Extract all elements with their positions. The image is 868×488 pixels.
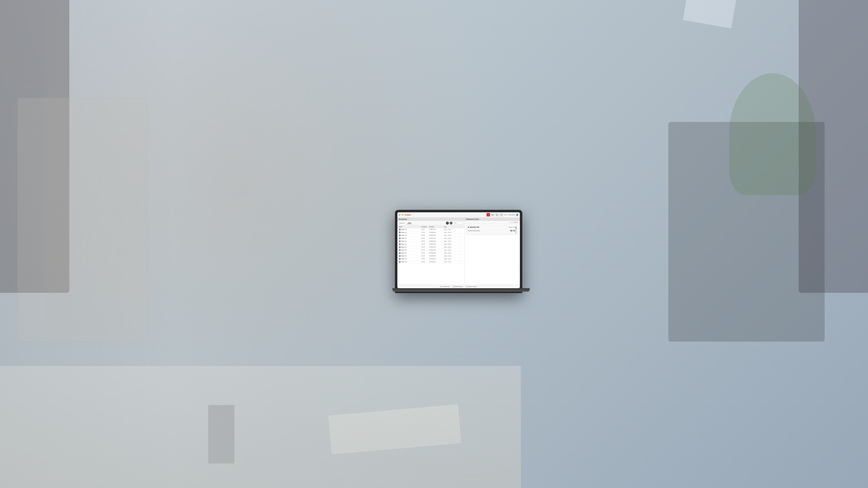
- row-expand-icon[interactable]: ›: [459, 252, 460, 254]
- row-name-cell: Object 01: [399, 252, 422, 254]
- row-name: Object 01: [401, 261, 407, 262]
- row-chevron-cell: ›: [459, 252, 463, 254]
- row-expand-icon[interactable]: ›: [459, 235, 460, 236]
- designs-tab[interactable]: Designs: [399, 222, 406, 224]
- remove-button[interactable]: −: [450, 222, 453, 225]
- row-chevron-cell: ›: [459, 249, 463, 251]
- row-expand-icon[interactable]: ›: [459, 232, 460, 233]
- row-tag: Tag 1, Tag 2: [444, 232, 451, 233]
- printer-icon: ▶: [468, 226, 469, 228]
- table-row[interactable]: Object 01 02:00 21/09/2019 Tag 1, Tag 2 …: [397, 258, 465, 261]
- production-header: PRODUCTION: [465, 218, 520, 221]
- watch-tutorial-link[interactable]: ✓ Watch Tutorial: [466, 286, 477, 288]
- row-name: Object 01: [401, 255, 407, 257]
- production-item[interactable]: ▶ Speedy 400 Sheet 1/10 Pokéal Sportvere…: [466, 225, 518, 235]
- install-laser-checkbox[interactable]: ✓: [440, 286, 442, 288]
- row-created-cell: 21/09/2019: [429, 249, 444, 251]
- row-created-cell: 21/09/2019: [429, 229, 444, 230]
- table-body: Object 01 02:00 21/09/2019 Tag 1, Tag 2 …: [397, 228, 465, 285]
- row-tag-cell: Tag 1, Tag 2: [444, 229, 459, 230]
- row-file-icon: [399, 246, 401, 248]
- row-expand-icon[interactable]: ›: [459, 246, 460, 248]
- row-duration-cell: 02:00: [422, 240, 429, 242]
- row-expand-icon[interactable]: ›: [459, 258, 460, 260]
- row-duration: 02:00: [422, 240, 425, 242]
- laptop-container: trotec ✕ ⊞ ⚙: [395, 210, 522, 293]
- table-row[interactable]: Object 01 02:00 21/09/2019 Tag 1, Tag 2 …: [397, 243, 465, 246]
- grid-toolbar-icon[interactable]: ⊞: [491, 213, 494, 217]
- row-created-cell: 21/09/2019: [429, 258, 444, 260]
- row-tag-cell: Tag 1, Tag 2: [444, 258, 459, 260]
- app: trotec ✕ ⊞ ⚙: [397, 212, 520, 288]
- user-area: 🔍 ⚙ username 👤: [504, 214, 518, 216]
- row-file-icon: [399, 261, 401, 263]
- row-created-cell: 21/09/2019: [429, 252, 444, 254]
- watch-tutorial-label: Watch Tutorial: [468, 286, 477, 287]
- row-name-cell: Object 01: [399, 235, 422, 236]
- user-icon: 👤: [516, 214, 518, 216]
- row-tag: Tag 1, Tag 2: [444, 252, 451, 254]
- row-tag: Tag 1, Tag 2: [444, 229, 451, 230]
- row-file-icon: [399, 249, 401, 251]
- production-panel: PRODUCTION sort by ABC ▼: [465, 218, 520, 285]
- row-expand-icon[interactable]: ›: [459, 243, 460, 245]
- read-manual-checkbox[interactable]: ✓: [453, 286, 455, 288]
- row-created: 21/09/2019: [429, 261, 436, 262]
- row-expand-icon[interactable]: ›: [459, 229, 460, 230]
- top-bar: trotec ✕ ⊞ ⚙: [397, 212, 520, 218]
- row-name: Object 01: [401, 232, 407, 233]
- table-row[interactable]: Object 01 02:00 21/09/2019 Tag 1, Tag 2 …: [397, 228, 465, 231]
- scrollbar[interactable]: [515, 226, 517, 234]
- jobs-tab[interactable]: Jobs: [407, 222, 412, 224]
- minimize-dot[interactable]: [401, 214, 402, 216]
- row-duration-cell: 02:00: [422, 249, 429, 251]
- job-name: Pokéal Sportverein: [468, 230, 480, 231]
- table-row[interactable]: Object 01 02:00 21/09/2019 Tag 1, Tag 2 …: [397, 252, 465, 255]
- row-expand-icon[interactable]: ›: [459, 237, 460, 239]
- table-row[interactable]: Object 01 02:00 21/09/2019 Tag 1, Tag 2 …: [397, 249, 465, 252]
- prod-job-row: Pokéal Sportverein 30 %: [468, 229, 515, 232]
- row-name-cell: Object 01: [399, 246, 422, 248]
- table-row[interactable]: Object 01 02:00 21/09/2019 Tag 1, Tag 2 …: [397, 255, 465, 258]
- table-row[interactable]: Object 01 02:00 21/09/2019 Tag 1, Tag 2 …: [397, 231, 465, 234]
- read-manual-link[interactable]: ✓ Read Manual: [453, 286, 463, 288]
- red-toolbar-icon[interactable]: ✕: [487, 213, 490, 217]
- row-expand-icon[interactable]: ›: [459, 261, 460, 262]
- search-box[interactable]: ABC: [453, 222, 463, 224]
- main-content: MANAGE Designs Jobs + − ABC: [397, 218, 520, 285]
- row-tag-cell: Tag 1, Tag 2: [444, 252, 459, 254]
- table-row[interactable]: Object 01 02:00 21/09/2019 Tag 1, Tag 2 …: [397, 240, 465, 243]
- row-name: Object 01: [401, 240, 407, 242]
- row-duration-cell: 02:00: [422, 229, 429, 230]
- row-expand-icon[interactable]: ›: [459, 255, 460, 257]
- watch-tutorial-checkbox[interactable]: ✓: [466, 286, 468, 288]
- row-name: Object 01: [401, 235, 407, 236]
- row-duration-cell: 02:00: [422, 237, 429, 239]
- row-file-icon: [399, 232, 401, 233]
- nav-dots: [399, 214, 403, 216]
- row-expand-icon[interactable]: ›: [459, 249, 460, 251]
- close-dot[interactable]: [399, 214, 400, 216]
- row-duration: 02:00: [422, 235, 425, 236]
- maximize-dot[interactable]: [402, 214, 403, 216]
- sort-control[interactable]: sort by ABC ▼: [509, 222, 518, 223]
- col-actions: [459, 226, 463, 227]
- settings-toolbar-icon[interactable]: ⚙: [495, 213, 499, 217]
- row-tag: Tag 1, Tag 2: [444, 249, 451, 251]
- info-toolbar-icon[interactable]: ⓘ: [500, 213, 503, 217]
- add-button[interactable]: +: [446, 222, 449, 225]
- row-tag-cell: Tag 1, Tag 2: [444, 243, 459, 245]
- row-tag-cell: Tag 1, Tag 2: [444, 240, 459, 242]
- scroll-thumb: [516, 227, 517, 229]
- col-name: Name: [399, 226, 422, 227]
- table-row[interactable]: Object 01 02:00 21/09/2019 Tag 1, Tag 2 …: [397, 246, 465, 249]
- table-row[interactable]: Object 01 02:00 21/09/2019 Tag 1, Tag 2 …: [397, 261, 465, 263]
- table-row[interactable]: Object 01 02:00 21/09/2019 Tag 1, Tag 2 …: [397, 234, 465, 237]
- row-tag: Tag 1, Tag 2: [444, 243, 451, 245]
- col-created: Created: [429, 226, 444, 227]
- install-laser-link[interactable]: ✓ Install Laser: [440, 286, 450, 288]
- row-tag: Tag 1, Tag 2: [444, 258, 451, 260]
- table-row[interactable]: Object 01 02:00 21/09/2019 Tag 1, Tag 2 …: [397, 237, 465, 240]
- row-expand-icon[interactable]: ›: [459, 240, 460, 242]
- row-file-icon: [399, 240, 401, 242]
